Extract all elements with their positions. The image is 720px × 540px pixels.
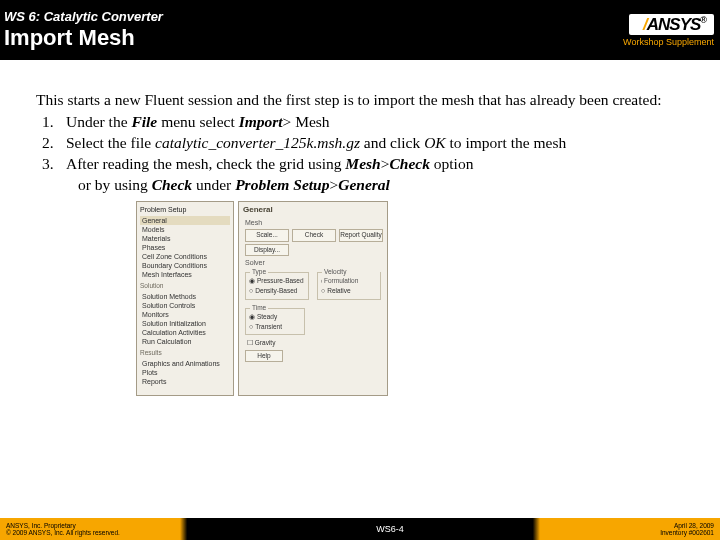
tree-item-general[interactable]: General bbox=[140, 216, 230, 225]
footer-page: WS6-4 bbox=[376, 524, 404, 534]
workshop-supplement: Workshop Supplement bbox=[623, 37, 714, 47]
slide-footer: ANSYS, Inc. Proprietary © 2009 ANSYS, In… bbox=[0, 518, 720, 540]
mesh-label: Mesh bbox=[245, 218, 383, 227]
tree-section-solution: Solution bbox=[140, 282, 230, 290]
type-fieldset: Type Pressure-Based Density-Based bbox=[245, 272, 309, 300]
header-right: /ANSYS® Workshop Supplement bbox=[623, 14, 714, 47]
header-left: WS 6: Catalytic Converter Import Mesh bbox=[4, 9, 163, 51]
tree-item[interactable]: Reports bbox=[140, 377, 230, 386]
tree-item[interactable]: Monitors bbox=[140, 310, 230, 319]
tree-item[interactable]: Solution Initialization bbox=[140, 319, 230, 328]
help-button[interactable]: Help bbox=[245, 350, 283, 362]
tree-title: Problem Setup bbox=[140, 205, 230, 214]
tree-item[interactable]: Cell Zone Conditions bbox=[140, 252, 230, 261]
general-panel: General Mesh Scale... Check Report Quali… bbox=[238, 201, 388, 396]
type-density-radio[interactable]: Density-Based bbox=[249, 286, 305, 296]
tree-item[interactable]: Solution Controls bbox=[140, 301, 230, 310]
slide-header: WS 6: Catalytic Converter Import Mesh /A… bbox=[0, 0, 720, 60]
tree-item[interactable]: Graphics and Animations bbox=[140, 359, 230, 368]
check-button[interactable]: Check bbox=[292, 229, 336, 241]
slide-body: This starts a new Fluent session and the… bbox=[0, 60, 720, 396]
display-button[interactable]: Display... bbox=[245, 244, 289, 256]
vel-relative-radio[interactable]: Relative bbox=[321, 286, 377, 296]
type-pressure-radio[interactable]: Pressure-Based bbox=[249, 276, 305, 286]
time-transient-radio[interactable]: Transient bbox=[249, 322, 301, 332]
velocity-fieldset: Velocity Formulation Absolute Relative bbox=[317, 272, 381, 300]
solver-label: Solver bbox=[245, 258, 383, 267]
time-fieldset: Time Steady Transient bbox=[245, 308, 305, 336]
general-title: General bbox=[243, 205, 383, 215]
step-2: 2.Select the file catalytic_converter_12… bbox=[42, 133, 684, 153]
tree-item[interactable]: Phases bbox=[140, 243, 230, 252]
step-1: 1.Under the File menu select Import> Mes… bbox=[42, 112, 684, 132]
tree-item[interactable]: Boundary Conditions bbox=[140, 261, 230, 270]
gravity-checkbox[interactable]: Gravity bbox=[247, 339, 379, 347]
tree-item[interactable]: Materials bbox=[140, 234, 230, 243]
footer-right: April 28, 2009 Inventory #002601 bbox=[660, 522, 714, 536]
report-quality-button[interactable]: Report Quality bbox=[339, 229, 383, 241]
time-steady-radio[interactable]: Steady bbox=[249, 312, 301, 322]
workshop-line: WS 6: Catalytic Converter bbox=[4, 9, 163, 24]
step-3-cont: or by using Check under Problem Setup>Ge… bbox=[42, 175, 684, 195]
tree-item[interactable]: Run Calculation bbox=[140, 337, 230, 346]
tree-item[interactable]: Mesh Interfaces bbox=[140, 270, 230, 279]
step-list: 1.Under the File menu select Import> Mes… bbox=[36, 112, 684, 195]
tree-item[interactable]: Solution Methods bbox=[140, 292, 230, 301]
slide-title: Import Mesh bbox=[4, 25, 163, 51]
footer-left: ANSYS, Inc. Proprietary © 2009 ANSYS, In… bbox=[6, 522, 120, 536]
tree-item[interactable]: Models bbox=[140, 225, 230, 234]
tree-item[interactable]: Plots bbox=[140, 368, 230, 377]
intro-text: This starts a new Fluent session and the… bbox=[36, 90, 684, 110]
tree-panel: Problem Setup General Models Materials P… bbox=[136, 201, 234, 396]
ansys-logo: /ANSYS® bbox=[629, 14, 714, 35]
tree-section-results: Results bbox=[140, 349, 230, 357]
tree-item[interactable]: Calculation Activities bbox=[140, 328, 230, 337]
scale-button[interactable]: Scale... bbox=[245, 229, 289, 241]
screenshot-row: Problem Setup General Models Materials P… bbox=[136, 201, 684, 396]
step-3: 3.After reading the mesh, check the grid… bbox=[42, 154, 684, 194]
